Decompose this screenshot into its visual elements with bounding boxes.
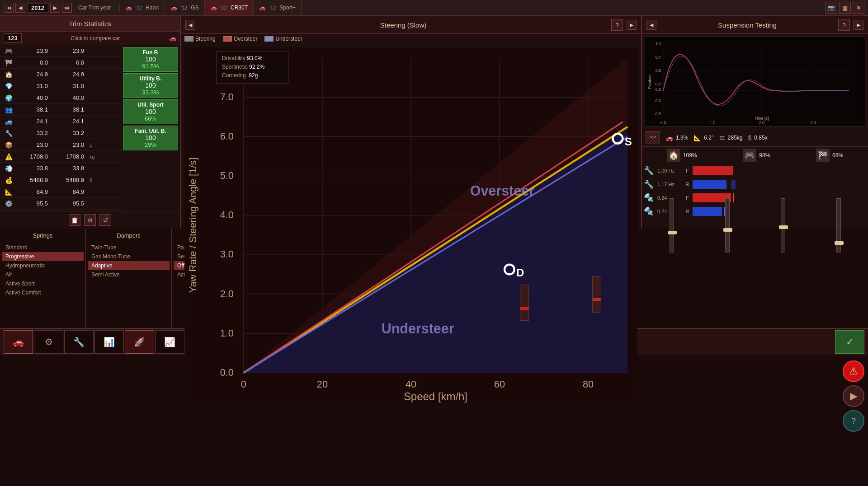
task-btn-gauge[interactable]: 📈 (155, 330, 184, 354)
comfort-pct: 109% (683, 152, 697, 159)
year-display: 2012 (27, 3, 48, 13)
suspension-help-btn[interactable]: ? (838, 19, 850, 31)
reset-btn[interactable]: ↺ (99, 214, 111, 226)
next-btn[interactable]: ▶ (50, 3, 60, 13)
trim-card[interactable]: Utility B. 100 33.3% (123, 73, 178, 98)
stat-val1: 33.2 (15, 130, 52, 136)
metric-cost: $ 0.85x (748, 134, 768, 141)
slider-steering-thumb[interactable] (668, 231, 677, 234)
stat-val2: 31.0 (52, 83, 88, 89)
damper-twin-tube[interactable]: Twin-Tube (88, 243, 170, 252)
slider-area (642, 218, 868, 254)
weight-val: 285kg (728, 135, 743, 141)
prev-btn[interactable]: ◀ (15, 3, 25, 13)
steering-help-btn[interactable]: ? (611, 19, 623, 31)
slider-suspension3-thumb[interactable] (835, 241, 844, 245)
stat-icon: 👥 (2, 106, 15, 113)
quality-slider[interactable] (592, 276, 601, 313)
svg-text:3.0: 3.0 (811, 121, 816, 125)
suspension-metrics: 〰 🚗 1.3% 📐 6.2° ⚖ 285kg $ 0.85x (642, 130, 868, 146)
slider-steering-track[interactable] (670, 198, 674, 252)
car-tab-hawk[interactable]: 🚗 '12 Hawk (120, 0, 165, 15)
stat-val1: 23.9 (15, 47, 52, 54)
trim-card[interactable]: Fun P. 100 91.5% (123, 47, 178, 72)
prev-prev-btn[interactable]: ⏮ (4, 3, 14, 13)
spring-standard[interactable]: Standard (2, 243, 84, 252)
legend-understeer-label: Understeer (275, 36, 302, 42)
trim-card[interactable]: Util. Sport 100 66% (123, 99, 178, 124)
screenshot-btn[interactable]: 📷 (826, 2, 837, 14)
race-pct: 68% (832, 152, 843, 159)
stat-rows-left: 🎮 23.9 23.9 🏁 0.0 0.0 🏠 24.9 24.9 💎 31.0… (0, 45, 121, 211)
close-btn[interactable]: ✕ (853, 2, 864, 14)
spring-progressive[interactable]: Progressive (2, 252, 84, 261)
trim-card-pct: 91.5% (127, 63, 174, 70)
car-tab-sportplus-name: Sport+ (279, 5, 296, 11)
suspension-next-btn[interactable]: ▶ (854, 20, 863, 30)
spring-air[interactable]: Air (2, 270, 84, 279)
svg-text:3.0: 3.0 (220, 248, 234, 260)
slider-suspension2[interactable] (781, 198, 785, 252)
svg-text:1.0: 1.0 (710, 121, 715, 125)
svg-text:-0.2: -0.2 (654, 98, 661, 103)
car-tab-gs[interactable]: 🚗 '12 GS (165, 0, 205, 15)
stat-icon: 📐 (2, 188, 15, 196)
alert-btn[interactable]: ⚠ (843, 360, 864, 382)
ride-height-slider[interactable] (520, 285, 529, 321)
help-circle-btn[interactable]: ? (843, 410, 864, 432)
svg-text:0.5: 0.5 (656, 68, 661, 73)
car-tab-hawk-name: Hawk (146, 5, 159, 11)
slider-suspension3-track[interactable] (836, 198, 841, 252)
slider-suspension3[interactable] (836, 198, 841, 252)
car-tab-cr30t[interactable]: 🚗 '12 CR30T (205, 0, 254, 15)
compare-car-icon: 🚗 (169, 35, 176, 42)
copy-btn[interactable]: 📋 (69, 214, 80, 226)
grid-btn[interactable]: ▦ (839, 2, 851, 14)
steering-prev-btn[interactable]: ◀ (185, 20, 195, 30)
slider-suspension2-thumb[interactable] (779, 225, 788, 229)
stat-row: 💎 31.0 31.0 (0, 80, 121, 92)
spring-active-comfort[interactable]: Active Comfort (2, 288, 84, 297)
task-btn-rocket[interactable]: 🚀 (125, 330, 154, 354)
steering-next-btn[interactable]: ▶ (627, 20, 637, 30)
stat-val2: 1708.0 (52, 153, 88, 160)
spring-active-sport[interactable]: Active Sport (2, 279, 84, 288)
stat-val1: 40.0 (15, 94, 52, 101)
slider-suspension1-thumb[interactable] (723, 228, 732, 232)
forward-btn[interactable]: ▶ (843, 385, 864, 407)
task-btn-settings1[interactable]: ⚙ (34, 330, 63, 354)
cancel-btn[interactable]: ⊘ (84, 214, 96, 226)
slider-suspension1[interactable] (725, 198, 730, 252)
damper-adaptive[interactable]: Adaptive (88, 261, 170, 270)
stat-cards-right: Fun P. 100 91.5% Utility B. 100 33.3% Ut… (121, 45, 180, 211)
svg-text:20: 20 (317, 379, 328, 390)
trim-stats-panel: Trim Statistics 123 Click to compare car… (0, 16, 181, 229)
stat-val2: 95.5 (52, 200, 88, 207)
stat-icon: 💎 (2, 83, 15, 90)
stat-icon: 💨 (2, 165, 15, 172)
task-btn-car[interactable]: 🚗 (4, 330, 33, 354)
spring-hydropneumatic[interactable]: Hydropneumatic (2, 261, 84, 270)
marker-3 (733, 193, 734, 202)
steering-panel: ◀ Steering (Slow) ? ▶ Steering Oversteer… (181, 16, 642, 229)
stat-val2: 38.1 (52, 106, 88, 113)
stat-icon: ⚠️ (2, 153, 15, 160)
slider-suspension2-track[interactable] (781, 198, 785, 252)
legend-steering-box (184, 36, 193, 42)
stat-icon: 🏠 (2, 71, 15, 78)
trim-card[interactable]: Fam. Util. B. 100 29% (123, 126, 178, 150)
task-btn-accept[interactable]: ✓ (835, 330, 864, 354)
top-bar-actions: 📷 ▦ ✕ (822, 2, 868, 14)
damper-gas-mono[interactable]: Gas Mono-Tube (88, 252, 170, 261)
task-btn-settings2[interactable]: 🔧 (64, 330, 94, 354)
info-drivability: Drivability 93.0% (222, 54, 283, 63)
task-btn-chart[interactable]: 📊 (94, 330, 124, 354)
next-next-btn[interactable]: ⏭ (62, 3, 72, 13)
suspension-prev-btn[interactable]: ◀ (646, 20, 656, 30)
trim-card-pct: 66% (127, 115, 174, 122)
damper-semi-active[interactable]: Semi Active (88, 270, 170, 279)
compare-text-btn[interactable]: Click to compare car (25, 35, 165, 42)
slider-suspension1-track[interactable] (725, 198, 730, 252)
slider-steering[interactable] (670, 198, 674, 252)
car-tab-sportplus[interactable]: 🚗 '12 Sport+ (254, 0, 302, 15)
